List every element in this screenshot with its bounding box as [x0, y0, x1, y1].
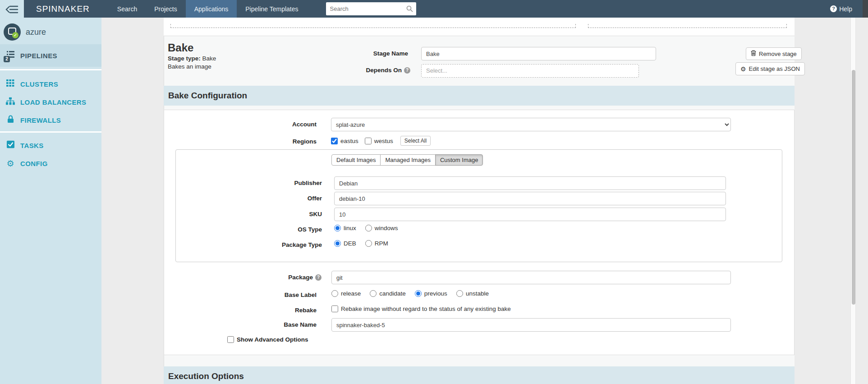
- trash-icon: [751, 50, 756, 57]
- application-icon: ✓: [4, 23, 21, 41]
- sku-label: SKU: [232, 211, 322, 217]
- package-type-deb-radio[interactable]: DEB: [334, 240, 356, 247]
- region-eastus-checkbox[interactable]: [331, 138, 338, 144]
- window-scrollbar-gutter: [863, 0, 868, 18]
- stage-name-label: Stage Name: [316, 50, 408, 57]
- sidebar-item-load-balancers[interactable]: LOAD BALANCERS: [0, 93, 101, 111]
- image-selection-panel: Default Images Managed Images Custom Ima…: [175, 149, 782, 262]
- offer-input[interactable]: [334, 192, 726, 205]
- sidebar-item-firewalls[interactable]: FIREWALLS: [0, 111, 101, 129]
- lock-icon: [5, 115, 15, 125]
- section-title: Bake Configuration: [168, 91, 247, 101]
- base-label-candidate-radio[interactable]: candidate: [370, 290, 406, 297]
- content-scrollbar[interactable]: [850, 18, 856, 384]
- nav-item-applications[interactable]: Applications: [186, 0, 237, 18]
- pipeline-graph-strip: [164, 18, 795, 36]
- sidebar-item-pipelines[interactable]: 2 PIPELINES: [0, 44, 101, 67]
- search-icon: [406, 5, 413, 14]
- base-name-label: Base Name: [226, 321, 317, 328]
- base-label-label: Base Label: [226, 291, 317, 298]
- nav-item-pipeline-templates[interactable]: Pipeline Templates: [237, 0, 307, 18]
- sidebar-item-label: CONFIG: [20, 160, 48, 167]
- gear-icon: ⚙: [5, 159, 15, 168]
- depends-on-select[interactable]: Select...: [421, 64, 639, 78]
- publisher-label: Publisher: [232, 180, 322, 186]
- tab-custom-image[interactable]: Custom Image: [435, 154, 483, 166]
- check-square-icon: [5, 141, 15, 150]
- base-name-input[interactable]: [331, 318, 731, 332]
- sidebar-item-label: CLUSTERS: [20, 80, 58, 88]
- stage-description: Bakes an image: [168, 63, 216, 70]
- sidebar-item-label: LOAD BALANCERS: [20, 98, 86, 106]
- tab-managed-images[interactable]: Managed Images: [380, 154, 435, 166]
- base-label-unstable-radio[interactable]: unstable: [456, 290, 489, 297]
- help-circle-icon[interactable]: ?: [315, 274, 321, 281]
- stage-header: Bake Stage type: Bake Bakes an image: [168, 42, 216, 70]
- sidebar-item-tasks[interactable]: TASKS: [0, 136, 101, 154]
- show-advanced-options-checkbox[interactable]: [227, 336, 234, 343]
- os-linux-radio[interactable]: linux: [334, 225, 356, 231]
- bake-configuration-header: Bake Configuration: [164, 86, 795, 106]
- sidebar-item-clusters[interactable]: CLUSTERS: [0, 75, 101, 93]
- bake-configuration-card: Account splat-azure Regions eastus westu…: [164, 110, 795, 355]
- application-name: azure: [26, 28, 46, 37]
- nav-item-search[interactable]: Search: [109, 0, 146, 18]
- base-label-previous-radio[interactable]: previous: [415, 290, 447, 297]
- tab-default-images[interactable]: Default Images: [331, 154, 381, 166]
- pipelines-count-badge: 2: [4, 56, 10, 62]
- rebake-text: Rebake image without regard to the statu…: [341, 305, 511, 312]
- package-type-options: DEB RPM: [334, 240, 388, 247]
- os-type-label: OS Type: [232, 226, 322, 233]
- rebake-label: Rebake: [226, 307, 317, 314]
- publisher-input[interactable]: [334, 176, 726, 190]
- edit-stage-json-button[interactable]: ⚙ Edit stage as JSON: [735, 62, 805, 75]
- package-type-label: Package Type: [232, 241, 322, 248]
- base-label-release-radio[interactable]: release: [331, 290, 361, 297]
- region-westus-checkbox[interactable]: [365, 138, 372, 144]
- os-windows-radio[interactable]: windows: [365, 225, 398, 231]
- stage-type-value: Bake: [202, 55, 216, 62]
- os-type-options: linux windows: [334, 225, 398, 231]
- stage-type-label: Stage type:: [168, 55, 201, 62]
- remove-stage-button[interactable]: Remove stage: [746, 47, 802, 60]
- sidebar-divider: [0, 69, 101, 70]
- pipeline-stage-node[interactable]: [588, 24, 787, 28]
- help-link[interactable]: ? Help: [830, 5, 852, 13]
- account-label: Account: [226, 121, 317, 128]
- sidebar-item-config[interactable]: ⚙ CONFIG: [0, 154, 101, 172]
- spinnaker-logo[interactable]: SPINNAKER: [36, 4, 90, 14]
- region-eastus-label: eastus: [340, 138, 358, 144]
- nav-item-projects[interactable]: Projects: [146, 0, 186, 18]
- sidebar: ✓ azure 2 PIPELINES CLUSTERS: [0, 0, 101, 384]
- sidebar-item-label: FIREWALLS: [20, 116, 61, 124]
- show-advanced-options-label: Show Advanced Options: [237, 336, 308, 343]
- select-all-regions-button[interactable]: Select All: [400, 136, 431, 146]
- scrollbar-thumb[interactable]: [852, 70, 855, 305]
- sku-input[interactable]: [334, 208, 726, 221]
- sidebar-item-label: PIPELINES: [20, 52, 57, 60]
- image-tabs: Default Images Managed Images Custom Ima…: [331, 154, 483, 166]
- pipeline-stage-node[interactable]: [170, 24, 576, 28]
- sidebar-divider: [0, 131, 101, 133]
- regions-label: Regions: [226, 138, 317, 145]
- sidebar-item-label: TASKS: [20, 142, 44, 149]
- offer-label: Offer: [232, 195, 322, 202]
- sidebar-collapse-icon[interactable]: [5, 4, 20, 15]
- section-title: Execution Options: [168, 371, 244, 381]
- global-search-input[interactable]: [326, 2, 416, 15]
- gear-icon: ⚙: [740, 66, 746, 72]
- top-navbar: SPINNAKER Search Projects Applications P…: [24, 0, 868, 18]
- application-header[interactable]: ✓ azure: [0, 23, 101, 43]
- stage-name-input[interactable]: [421, 47, 656, 60]
- help-icon: ?: [830, 5, 837, 12]
- account-select[interactable]: splat-azure: [331, 118, 731, 131]
- depends-on-label: Depends On: [366, 67, 402, 74]
- grid-icon: [5, 79, 15, 88]
- rebake-checkbox[interactable]: [331, 305, 338, 312]
- package-input[interactable]: [331, 271, 731, 284]
- app-check-icon: ✓: [12, 32, 18, 38]
- package-type-rpm-radio[interactable]: RPM: [365, 240, 388, 247]
- sitemap-icon: [5, 97, 15, 107]
- region-westus-label: westus: [374, 138, 393, 144]
- help-circle-icon[interactable]: ?: [404, 67, 410, 74]
